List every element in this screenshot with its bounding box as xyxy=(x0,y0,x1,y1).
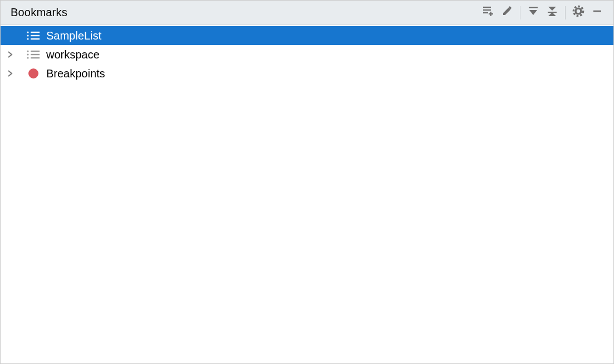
svg-point-19 xyxy=(27,31,28,33)
expand-all-button[interactable] xyxy=(524,1,543,24)
svg-point-20 xyxy=(27,35,28,36)
svg-marker-8 xyxy=(548,7,556,11)
collapse-all-button[interactable] xyxy=(543,1,562,24)
svg-point-14 xyxy=(577,9,580,13)
minimize-button[interactable] xyxy=(588,1,607,24)
svg-marker-7 xyxy=(529,10,537,15)
tree-item-label: Breakpoints xyxy=(45,67,105,80)
toolbar-separator xyxy=(520,6,520,19)
add-list-icon xyxy=(482,6,494,19)
tree-item-workspace[interactable]: workspace xyxy=(1,45,613,64)
chevron-right-icon[interactable] xyxy=(4,67,16,80)
toolbar-separator xyxy=(565,6,566,19)
svg-point-27 xyxy=(27,57,28,58)
bookmarks-tree[interactable]: SampleList xyxy=(1,25,613,363)
pencil-icon xyxy=(501,6,513,19)
panel-title: Bookmarks xyxy=(11,6,67,19)
expand-all-icon xyxy=(528,6,539,19)
edit-button[interactable] xyxy=(498,1,516,24)
chevron-right-icon[interactable] xyxy=(4,48,16,61)
panel-toolbar xyxy=(479,1,607,24)
minimize-icon xyxy=(592,6,603,19)
add-list-button[interactable] xyxy=(479,1,498,24)
svg-point-28 xyxy=(28,68,38,78)
svg-point-25 xyxy=(27,50,28,52)
panel-header: Bookmarks xyxy=(1,1,613,25)
list-icon xyxy=(25,29,42,42)
svg-point-21 xyxy=(27,38,28,40)
tree-item-samplelist[interactable]: SampleList xyxy=(1,26,613,45)
settings-button[interactable] xyxy=(569,1,588,24)
bookmarks-panel: Bookmarks xyxy=(0,0,614,364)
tree-item-label: workspace xyxy=(45,48,100,61)
svg-marker-10 xyxy=(548,12,556,16)
collapse-all-icon xyxy=(547,6,558,19)
list-icon xyxy=(25,48,42,61)
gear-icon xyxy=(572,5,584,20)
svg-point-26 xyxy=(27,53,28,55)
tree-item-label: SampleList xyxy=(45,29,101,42)
tree-item-breakpoints[interactable]: Breakpoints xyxy=(1,64,613,83)
breakpoint-icon xyxy=(25,67,42,80)
